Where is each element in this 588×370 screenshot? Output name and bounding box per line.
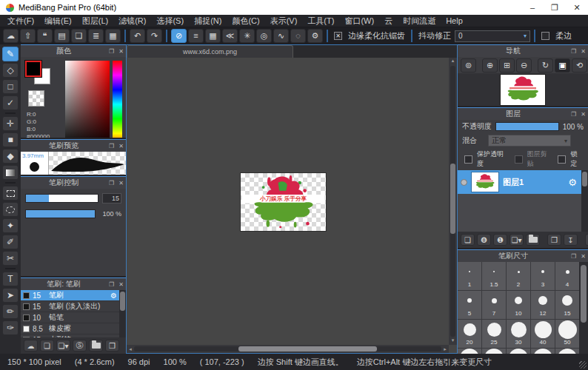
- close-icon[interactable]: ✕: [578, 111, 588, 118]
- redo-icon[interactable]: ↷: [147, 29, 162, 43]
- rotate-icon[interactable]: ⟲: [572, 58, 587, 73]
- brush-row[interactable]: 8.5 橡皮擦: [21, 323, 119, 334]
- hue-bar[interactable]: [113, 61, 122, 139]
- menu-cloud[interactable]: 云: [384, 16, 392, 27]
- menu-view[interactable]: 表示(V): [270, 16, 298, 27]
- scroll-up-icon[interactable]: ▴: [452, 58, 455, 65]
- move-tool-icon[interactable]: ✛: [2, 116, 19, 131]
- brush-size-value[interactable]: 15: [102, 193, 121, 204]
- new-8bit-layer-icon[interactable]: ❽: [477, 234, 491, 246]
- layer-row-selected[interactable]: 图层1 ⚙: [458, 170, 581, 194]
- scroll-right-icon[interactable]: ▸: [441, 346, 449, 352]
- popup-icon[interactable]: ❐: [569, 111, 578, 118]
- pen-tool-icon[interactable]: ✏: [2, 304, 19, 319]
- shape-tool-icon[interactable]: ■: [2, 132, 19, 147]
- menu-tools[interactable]: 工具(T): [307, 16, 334, 27]
- snap-off-icon[interactable]: ⊘: [171, 29, 187, 43]
- duplicate-brush-icon[interactable]: ❐: [105, 340, 119, 352]
- select-eraser-tool-icon[interactable]: ✂: [2, 251, 19, 266]
- zoom-fit-icon[interactable]: ⊞: [499, 58, 515, 73]
- menu-help[interactable]: Help: [446, 16, 463, 25]
- new-brush-icon[interactable]: ❏: [40, 340, 54, 352]
- brush-size-cell[interactable]: 40: [531, 320, 555, 348]
- brush-size-cell[interactable]: 30: [507, 320, 530, 348]
- canvas-image[interactable]: 小刀娱乐 乐于分享: [241, 173, 326, 231]
- merge-layer-icon[interactable]: ↧: [564, 234, 578, 246]
- close-icon[interactable]: ✕: [116, 48, 126, 55]
- menu-window[interactable]: 窗口(W): [344, 16, 374, 27]
- scroll-left-icon[interactable]: ◂: [127, 346, 134, 352]
- scroll-thumb[interactable]: [581, 265, 587, 323]
- polyline-tool-icon[interactable]: ✓: [2, 95, 19, 110]
- magic-wand-tool-icon[interactable]: ✦: [2, 218, 19, 233]
- brush-size-cell[interactable]: 10: [507, 291, 530, 319]
- popup-icon[interactable]: ❐: [107, 281, 116, 288]
- gradient-tool-icon[interactable]: [2, 165, 19, 180]
- snap-radial-icon[interactable]: ✳: [239, 29, 255, 43]
- popup-icon[interactable]: ❐: [107, 143, 116, 149]
- popup-icon[interactable]: ❐: [569, 48, 578, 55]
- brush-size-cell[interactable]: 25: [482, 320, 506, 348]
- brush-opacity-slider[interactable]: [25, 209, 96, 218]
- menu-layer[interactable]: 图层(L): [82, 16, 108, 27]
- maximize-button[interactable]: ❐: [544, 0, 566, 15]
- popup-icon[interactable]: ❐: [107, 48, 116, 55]
- brush-cloud-upload-icon[interactable]: ☁: [24, 340, 38, 352]
- zoom-reset-icon[interactable]: ⊚: [461, 58, 476, 73]
- add-layer-menu-icon[interactable]: ❏▾: [510, 234, 524, 246]
- fit-view-icon[interactable]: ▣: [555, 58, 570, 73]
- protect-alpha-checkbox[interactable]: [464, 155, 472, 164]
- scroll-thumb[interactable]: [238, 346, 377, 352]
- brush-list-scrollbar[interactable]: [119, 290, 126, 337]
- bucket-tool-icon[interactable]: ◆: [2, 149, 19, 164]
- snap-vanishing-icon[interactable]: ≪: [222, 29, 238, 43]
- canvas-viewport[interactable]: 小刀娱乐 乐于分享 ▴ ▾: [127, 58, 457, 345]
- saturation-value-picker[interactable]: [65, 61, 110, 139]
- close-icon[interactable]: ✕: [116, 281, 126, 288]
- zoom-in-icon[interactable]: ⊕: [482, 58, 498, 73]
- brush-size-cell[interactable]: 100: [555, 349, 579, 354]
- brush-size-cell[interactable]: 60: [458, 349, 481, 354]
- snap-ellipse-icon[interactable]: ◌: [290, 29, 306, 43]
- select-pen-tool-icon[interactable]: ✐: [2, 235, 19, 249]
- menu-file[interactable]: 文件(F): [7, 16, 34, 27]
- rotate-reset-icon[interactable]: ↻: [538, 58, 553, 73]
- undo-icon[interactable]: ↶: [130, 29, 145, 43]
- brush-size-cell[interactable]: 15: [555, 291, 579, 319]
- jitter-dropdown[interactable]: 0 ▾: [455, 30, 530, 42]
- lasso-tool-icon[interactable]: [2, 202, 19, 217]
- script-brush-icon[interactable]: Ⓢ: [73, 340, 87, 352]
- layer-list-scrollbar[interactable]: [581, 170, 588, 232]
- dot-pen-tool-icon[interactable]: □: [2, 79, 19, 94]
- brush-row[interactable]: 15 笔刷 (淡入淡出): [21, 301, 119, 312]
- eraser-tool-icon[interactable]: ◇: [2, 63, 19, 78]
- grid-edit-icon[interactable]: ▦: [105, 29, 121, 43]
- brush-size-cell[interactable]: 1: [458, 262, 481, 290]
- brush-size-cell[interactable]: 1.5: [482, 262, 506, 290]
- lock-checkbox[interactable]: [558, 155, 566, 164]
- snap-grid-icon[interactable]: ▦: [205, 29, 221, 43]
- snap-settings-icon[interactable]: ⚙: [307, 29, 323, 43]
- layer-folder-icon[interactable]: [526, 234, 540, 246]
- popup-icon[interactable]: ❐: [107, 180, 116, 186]
- brush-folder-icon[interactable]: [89, 340, 103, 352]
- visibility-icon[interactable]: [461, 179, 467, 186]
- gear-icon[interactable]: ⚙: [568, 177, 577, 188]
- scroll-thumb[interactable]: [120, 292, 125, 311]
- eyedropper-tool-icon[interactable]: ✑: [2, 320, 19, 335]
- soft-edge-checkbox[interactable]: [541, 32, 549, 40]
- popup-icon[interactable]: ❐: [569, 253, 578, 260]
- document-icon[interactable]: ❏: [71, 29, 87, 43]
- menu-color[interactable]: 颜色(C): [232, 16, 259, 27]
- foreground-color-swatch[interactable]: [25, 61, 41, 77]
- brush-size-cell[interactable]: 50: [555, 320, 579, 348]
- minimize-button[interactable]: –: [521, 0, 544, 15]
- brush-row[interactable]: 10 铅笔: [21, 312, 119, 323]
- brush-size-cell[interactable]: 4: [555, 262, 579, 290]
- brush-size-scrollbar[interactable]: [579, 262, 588, 354]
- cloud-icon[interactable]: ☁: [3, 29, 19, 43]
- brush-size-cell[interactable]: 3: [531, 262, 555, 290]
- close-icon[interactable]: ✕: [578, 48, 588, 55]
- menu-filter[interactable]: 滤镜(R): [118, 16, 146, 27]
- menu-timelapse[interactable]: 时间流逝: [403, 16, 435, 27]
